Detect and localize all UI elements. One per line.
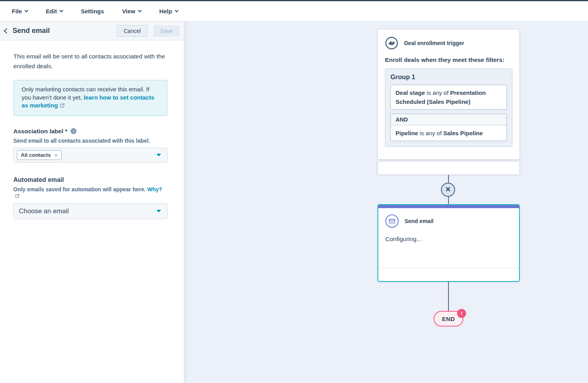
association-label: Association label * i (13, 128, 167, 135)
envelope-icon (385, 214, 399, 228)
menu-item-help[interactable]: Help (159, 8, 178, 15)
panel-header: Send email Cancel Save (0, 22, 184, 40)
exclamation-badge-icon: ! (457, 309, 466, 318)
caret-down-icon (156, 210, 161, 212)
filter-box: Deal stage is any of Presentation Schedu… (390, 85, 507, 110)
menu-item-label: View (122, 8, 135, 15)
action-card-footer (378, 268, 519, 281)
save-button[interactable]: Save (153, 25, 180, 37)
chevron-down-icon (138, 9, 142, 13)
why-link[interactable]: Why? (147, 186, 162, 192)
filter-group: Group 1 Deal stage is any of Presentatio… (385, 69, 512, 147)
action-title: Send email (405, 218, 434, 224)
and-separator: AND (391, 114, 506, 125)
filter-box: AND Pipeline is any of Sales Pipeline (390, 114, 507, 141)
selected-tag[interactable]: All contacts × (17, 150, 62, 160)
cancel-button[interactable]: Cancel (116, 25, 148, 37)
tag-label: All contacts (21, 152, 51, 158)
menu-item-label: Settings (81, 8, 104, 15)
trigger-card-footer (377, 161, 520, 175)
chevron-down-icon (60, 9, 64, 13)
filter-row: Deal stage is any of Presentation Schedu… (391, 85, 506, 109)
menu-item-settings[interactable]: Settings (81, 8, 104, 15)
connector-line (448, 282, 449, 311)
x-circle-icon[interactable]: × (441, 183, 455, 197)
panel-description: This email will be sent to all contacts … (13, 51, 167, 71)
association-help: Send email to all contacts associated wi… (13, 138, 167, 144)
action-top-bar (378, 205, 519, 208)
action-card[interactable]: Send email Configuring... (377, 204, 520, 282)
menu-item-file[interactable]: File (12, 8, 28, 15)
external-link-icon (60, 103, 65, 108)
external-link-icon (15, 193, 20, 198)
panel-title: Send email (13, 27, 50, 35)
action-status: Configuring... (385, 236, 512, 243)
caret-down-icon (156, 154, 161, 156)
workflow-canvas[interactable]: Deal enrollment trigger Enroll deals whe… (184, 22, 588, 383)
email-select-placeholder: Choose an email (19, 207, 69, 215)
config-panel: Send email Cancel Save This email will b… (0, 22, 184, 383)
menu-item-view[interactable]: View (122, 8, 141, 15)
menu-item-label: Edit (46, 8, 57, 15)
group-label: Group 1 (390, 73, 507, 81)
panel-body: This email will be sent to all contacts … (0, 40, 184, 219)
close-icon[interactable]: × (54, 152, 58, 158)
menu-item-label: File (12, 8, 22, 15)
app-window: File Edit Settings View Help Send email … (0, 0, 588, 383)
chevron-left-back-icon[interactable] (4, 28, 9, 33)
menu-item-edit[interactable]: Edit (46, 8, 63, 15)
menu-item-label: Help (159, 8, 172, 15)
automated-email-label: Automated email (13, 176, 167, 183)
chevron-down-icon (174, 9, 178, 13)
chevron-down-icon (24, 9, 28, 13)
trigger-title: Deal enrollment trigger (404, 40, 464, 46)
email-select[interactable]: Choose an email (13, 203, 167, 219)
association-select[interactable]: All contacts × (13, 148, 167, 163)
trigger-subtitle: Enroll deals when they meet these filter… (385, 56, 512, 64)
marketing-notice: Only marketing contacts can receive this… (13, 80, 167, 116)
connector-line (448, 175, 449, 183)
handshake-icon (385, 36, 398, 50)
connector-line (448, 197, 449, 204)
trigger-card[interactable]: Deal enrollment trigger Enroll deals whe… (377, 29, 520, 160)
automated-email-help: Only emails saved for automation will ap… (13, 186, 167, 199)
filter-row: Pipeline is any of Sales Pipeline (391, 125, 506, 141)
menu-bar: File Edit Settings View Help (0, 1, 588, 22)
info-icon[interactable]: i (71, 128, 76, 134)
